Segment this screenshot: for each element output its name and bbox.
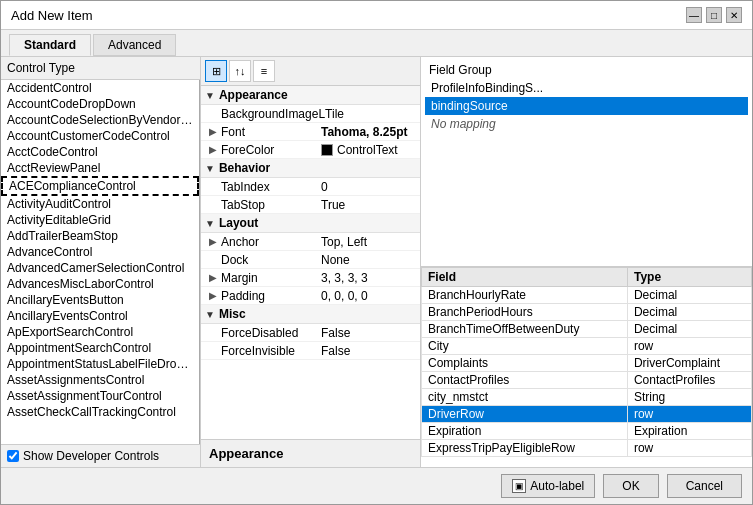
- prop-value-font: Tahoma, 8.25pt: [321, 125, 416, 139]
- prop-row-dock[interactable]: Dock None: [201, 251, 420, 269]
- field-cell: BranchHourlyRate: [422, 286, 628, 303]
- autolabel-icon: ▣: [512, 479, 526, 493]
- list-item[interactable]: AssetAssignmentsControl: [1, 372, 199, 388]
- field-cell: BranchPeriodHours: [422, 303, 628, 320]
- left-panel: Control Type AccidentControl AccountCode…: [1, 57, 201, 467]
- col-header-field: Field: [422, 267, 628, 286]
- prop-value: Tile: [325, 107, 416, 121]
- list-item[interactable]: ActivityAuditControl: [1, 196, 199, 212]
- right-top: Field Group ProfileInfoBindingS... bindi…: [421, 57, 752, 267]
- prop-row-padding[interactable]: ▶ Padding 0, 0, 0, 0: [201, 287, 420, 305]
- prop-row-forcedisabled[interactable]: ForceDisabled False: [201, 324, 420, 342]
- forecolor-text: ControlText: [337, 143, 398, 157]
- prop-name: TabIndex: [221, 180, 321, 194]
- expand-icon: ▶: [209, 144, 217, 155]
- list-item[interactable]: AdvancedCamerSelectionControl: [1, 260, 199, 276]
- list-item[interactable]: AncillaryEventsButton: [1, 292, 199, 308]
- field-cell: BranchTimeOffBetweenDuty: [422, 320, 628, 337]
- expand-icon: ▶: [209, 126, 217, 137]
- table-row[interactable]: BranchPeriodHours Decimal: [422, 303, 752, 320]
- toolbar-grid-button[interactable]: ⊞: [205, 60, 227, 82]
- list-item[interactable]: AppointmentStatusLabelFileDropdo: [1, 356, 199, 372]
- cancel-button[interactable]: Cancel: [667, 474, 742, 498]
- prop-row-font[interactable]: ▶ Font Tahoma, 8.25pt: [201, 123, 420, 141]
- list-item-selected[interactable]: ACEComplianceControl: [1, 176, 199, 196]
- list-item[interactable]: AppointmentSearchControl: [1, 340, 199, 356]
- prop-row-tabstop[interactable]: TabStop True: [201, 196, 420, 214]
- prop-value: Top, Left: [321, 235, 416, 249]
- table-row[interactable]: Expiration Expiration: [422, 422, 752, 439]
- list-item[interactable]: AccountCodeSelectionByVendorDr: [1, 112, 199, 128]
- list-item[interactable]: AncillaryEventsControl: [1, 308, 199, 324]
- list-item[interactable]: ApExportSearchControl: [1, 324, 199, 340]
- bottom-bar: ▣ Auto-label OK Cancel: [1, 467, 752, 504]
- table-row[interactable]: City row: [422, 337, 752, 354]
- list-item[interactable]: AcctReviewPanel: [1, 160, 199, 176]
- ok-button[interactable]: OK: [603, 474, 658, 498]
- prop-row-anchor[interactable]: ▶ Anchor Top, Left: [201, 233, 420, 251]
- list-item[interactable]: AssetAssignmentTourControl: [1, 388, 199, 404]
- prop-row-forceinvisible[interactable]: ForceInvisible False: [201, 342, 420, 360]
- table-row[interactable]: Complaints DriverComplaint: [422, 354, 752, 371]
- binding-item-source[interactable]: bindingSource: [425, 97, 748, 115]
- autolabel-button[interactable]: ▣ Auto-label: [501, 474, 595, 498]
- type-cell: Expiration: [627, 422, 751, 439]
- list-item[interactable]: AccidentControl: [1, 80, 199, 96]
- section-behavior[interactable]: ▼ Behavior: [201, 159, 420, 178]
- section-appearance[interactable]: ▼ Appearance: [201, 86, 420, 105]
- toolbar-sort-button[interactable]: ↑↓: [229, 60, 251, 82]
- control-list[interactable]: AccidentControl AccountCodeDropDown Acco…: [1, 80, 200, 444]
- list-item[interactable]: AssetCheckCallTrackingControl: [1, 404, 199, 420]
- appearance-bottom: Appearance: [201, 439, 420, 467]
- title-bar-controls: — □ ✕: [686, 7, 742, 23]
- table-row[interactable]: BranchHourlyRate Decimal: [422, 286, 752, 303]
- prop-row-margin[interactable]: ▶ Margin 3, 3, 3, 3: [201, 269, 420, 287]
- autolabel-label: Auto-label: [530, 479, 584, 493]
- right-bottom: Field Type BranchHourlyRate Decimal Bran…: [421, 267, 752, 468]
- prop-name: Margin: [221, 271, 321, 285]
- list-item[interactable]: ActivityEditableGrid: [1, 212, 199, 228]
- toolbar-list-button[interactable]: ≡: [253, 60, 275, 82]
- prop-row-tabindex[interactable]: TabIndex 0: [201, 178, 420, 196]
- list-item[interactable]: AdvanceControl: [1, 244, 199, 260]
- section-layout[interactable]: ▼ Layout: [201, 214, 420, 233]
- field-table: Field Type BranchHourlyRate Decimal Bran…: [421, 267, 752, 457]
- expand-icon: ▶: [209, 272, 217, 283]
- section-label: Layout: [219, 216, 258, 230]
- table-row[interactable]: city_nmstct String: [422, 388, 752, 405]
- list-item[interactable]: AdvancesMiscLaborControl: [1, 276, 199, 292]
- control-type-header: Control Type: [1, 57, 200, 80]
- type-cell: Decimal: [627, 303, 751, 320]
- table-row[interactable]: BranchTimeOffBetweenDuty Decimal: [422, 320, 752, 337]
- table-row-selected[interactable]: DriverRow row: [422, 405, 752, 422]
- field-cell: Complaints: [422, 354, 628, 371]
- list-item[interactable]: AddTrailerBeamStop: [1, 228, 199, 244]
- expand-icon: ▶: [209, 290, 217, 301]
- field-cell: Expiration: [422, 422, 628, 439]
- properties-area: ▼ Appearance BackgroundImageL Tile ▶ Fon…: [201, 86, 420, 439]
- type-cell: ContactProfiles: [627, 371, 751, 388]
- type-cell: row: [627, 337, 751, 354]
- collapse-icon: ▼: [205, 309, 215, 320]
- tab-advanced[interactable]: Advanced: [93, 34, 176, 56]
- list-item[interactable]: AccountCustomerCodeControl: [1, 128, 199, 144]
- minimize-button[interactable]: —: [686, 7, 702, 23]
- prop-row-forecolor[interactable]: ▶ ForeColor ControlText: [201, 141, 420, 159]
- binding-item-profile[interactable]: ProfileInfoBindingS...: [425, 79, 748, 97]
- table-row[interactable]: ContactProfiles ContactProfiles: [422, 371, 752, 388]
- list-item[interactable]: AcctCodeControl: [1, 144, 199, 160]
- show-dev-container: Show Developer Controls: [1, 444, 200, 467]
- list-item[interactable]: AccountCodeDropDown: [1, 96, 199, 112]
- show-dev-checkbox[interactable]: [7, 450, 19, 462]
- tab-standard[interactable]: Standard: [9, 34, 91, 56]
- maximize-button[interactable]: □: [706, 7, 722, 23]
- collapse-icon: ▼: [205, 90, 215, 101]
- close-button[interactable]: ✕: [726, 7, 742, 23]
- section-label: Behavior: [219, 161, 270, 175]
- field-cell: city_nmstct: [422, 388, 628, 405]
- type-cell: Decimal: [627, 286, 751, 303]
- section-misc[interactable]: ▼ Misc: [201, 305, 420, 324]
- prop-row-background[interactable]: BackgroundImageL Tile: [201, 105, 420, 123]
- prop-name: Anchor: [221, 235, 321, 249]
- table-row[interactable]: ExpressTripPayEligibleRow row: [422, 439, 752, 456]
